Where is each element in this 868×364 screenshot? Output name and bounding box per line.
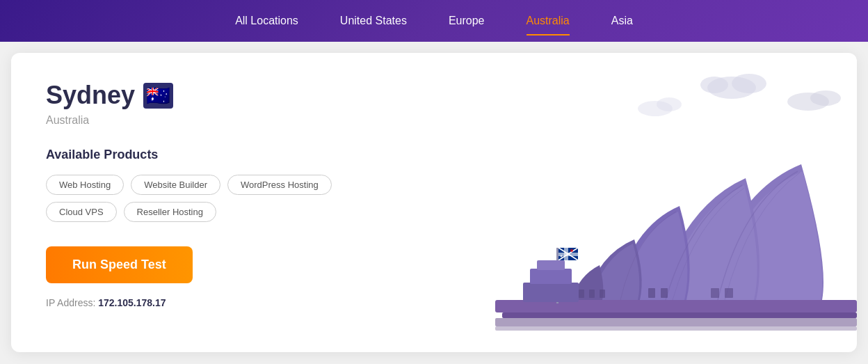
- nav-item-asia[interactable]: Asia: [611, 9, 633, 33]
- svg-point-1: [732, 74, 766, 93]
- svg-rect-17: [523, 283, 579, 302]
- city-name: Sydney: [46, 81, 135, 110]
- svg-rect-19: [537, 260, 565, 270]
- country-name: Australia: [46, 114, 394, 127]
- products-list: Web Hosting Website Builder WordPress Ho…: [46, 175, 394, 222]
- svg-point-15: [570, 249, 573, 252]
- svg-rect-7: [495, 300, 857, 312]
- nav-item-all-locations[interactable]: All Locations: [235, 9, 298, 33]
- svg-rect-27: [711, 288, 719, 298]
- run-speed-test-button[interactable]: Run Speed Test: [46, 246, 193, 283]
- svg-point-4: [810, 90, 841, 106]
- svg-rect-22: [579, 290, 584, 298]
- svg-rect-18: [530, 269, 572, 284]
- city-row: Sydney 🇦🇺: [46, 81, 394, 110]
- sydney-opera-house-illustration: [440, 53, 857, 352]
- svg-rect-9: [556, 248, 558, 303]
- svg-rect-21: [495, 326, 857, 331]
- nav-item-europe[interactable]: Europe: [449, 9, 485, 33]
- svg-rect-20: [495, 318, 857, 326]
- svg-line-11: [558, 248, 578, 260]
- svg-rect-13: [564, 248, 568, 260]
- svg-point-6: [657, 97, 682, 111]
- navigation-bar: All Locations United States Europe Austr…: [0, 0, 868, 42]
- svg-point-3: [787, 93, 829, 111]
- australia-flag-icon: 🇦🇺: [143, 83, 173, 109]
- svg-rect-8: [502, 312, 857, 318]
- svg-rect-28: [725, 288, 733, 298]
- svg-rect-23: [589, 290, 595, 298]
- product-website-builder[interactable]: Website Builder: [131, 175, 220, 195]
- svg-point-2: [700, 77, 728, 93]
- product-cloud-vps[interactable]: Cloud VPS: [46, 202, 117, 222]
- svg-rect-24: [600, 290, 605, 298]
- location-card: Sydney 🇦🇺 Australia Available Products W…: [11, 53, 857, 352]
- svg-rect-14: [558, 253, 578, 256]
- nav-item-australia[interactable]: Australia: [527, 9, 570, 33]
- product-wordpress-hosting[interactable]: WordPress Hosting: [227, 175, 332, 195]
- available-products-title: Available Products: [46, 148, 394, 162]
- svg-rect-10: [558, 248, 578, 260]
- product-reseller-hosting[interactable]: Reseller Hosting: [124, 202, 216, 222]
- ip-address-row: IP Address: 172.105.178.17: [46, 297, 394, 308]
- ip-label: IP Address:: [46, 297, 95, 308]
- ip-value: 172.105.178.17: [98, 297, 166, 308]
- product-web-hosting[interactable]: Web Hosting: [46, 175, 124, 195]
- svg-point-5: [638, 101, 673, 116]
- left-content: Sydney 🇦🇺 Australia Available Products W…: [46, 81, 394, 308]
- svg-rect-25: [648, 288, 655, 298]
- svg-point-0: [707, 77, 756, 99]
- svg-rect-26: [661, 288, 668, 298]
- svg-point-16: [561, 255, 563, 258]
- nav-item-united-states[interactable]: United States: [340, 9, 407, 33]
- svg-line-12: [558, 248, 578, 260]
